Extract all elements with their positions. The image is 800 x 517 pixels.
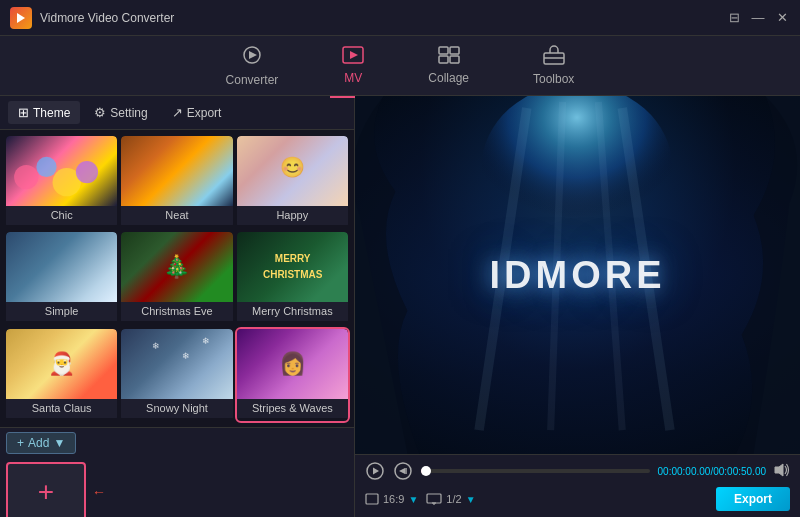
media-add-plus-icon: + <box>38 478 54 506</box>
theme-santa-claus-thumb: 🎅 <box>6 329 117 399</box>
svg-text:MERRY: MERRY <box>274 253 310 264</box>
theme-merry-christmas-label: Merry Christmas <box>237 302 348 321</box>
app-logo <box>10 7 32 29</box>
rewind-button[interactable] <box>393 461 413 481</box>
theme-neat-thumb <box>121 136 232 206</box>
theme-neat-label: Neat <box>121 206 232 225</box>
theme-snowy-night[interactable]: ❄ ❄ ❄ Snowy Night <box>121 329 232 421</box>
theme-stripes-waves[interactable]: 👩 Stripes & Waves <box>237 329 348 421</box>
subtab-theme[interactable]: ⊞ Theme <box>8 101 80 124</box>
svg-rect-5 <box>439 47 448 54</box>
add-dropdown-icon: ▼ <box>53 436 65 450</box>
svg-rect-6 <box>450 47 459 54</box>
titlebar-left: Vidmore Video Converter <box>10 7 174 29</box>
add-plus-icon: + <box>17 436 24 450</box>
media-add-box[interactable]: + <box>6 462 86 517</box>
collage-icon <box>438 46 460 67</box>
tab-converter[interactable]: Converter <box>214 38 291 93</box>
theme-simple-thumb <box>6 232 117 302</box>
preview-background: IDMORE <box>355 96 800 454</box>
svg-text:🎅: 🎅 <box>48 350 76 377</box>
theme-snowy-night-label: Snowy Night <box>121 399 232 418</box>
theme-santa-claus-label: Santa Claus <box>6 399 117 418</box>
close-button[interactable]: ✕ <box>774 10 790 26</box>
theme-stripes-waves-label: Stripes & Waves <box>237 399 348 418</box>
svg-marker-35 <box>775 464 783 476</box>
time-current: 00:00:00.00 <box>658 466 711 477</box>
playback-controls: 00:00:00.00/00:00:50.00 <box>365 461 790 481</box>
sub-tabs: ⊞ Theme ⚙ Setting ↗ Export <box>0 96 354 130</box>
theme-chic-thumb <box>6 136 117 206</box>
svg-text:😊: 😊 <box>280 155 305 179</box>
add-label: Add <box>28 436 49 450</box>
svg-rect-8 <box>450 56 459 63</box>
svg-marker-2 <box>249 51 257 59</box>
theme-snowy-night-thumb: ❄ ❄ ❄ <box>121 329 232 399</box>
monitor-dropdown-icon: ▼ <box>466 494 476 505</box>
media-panel: + Add ▼ + ← <box>0 427 354 517</box>
svg-text:❄: ❄ <box>182 351 190 361</box>
svg-rect-36 <box>366 494 378 504</box>
time-display: 00:00:00.00/00:00:50.00 <box>658 466 766 477</box>
main-content: ⊞ Theme ⚙ Setting ↗ Export <box>0 96 800 517</box>
theme-happy[interactable]: 😊 Happy <box>237 136 348 228</box>
titlebar: Vidmore Video Converter ⊟ — ✕ <box>0 0 800 36</box>
svg-point-11 <box>14 165 38 189</box>
theme-grid: Chic Neat 😊 Happy Simple <box>0 130 354 427</box>
minimize-button[interactable]: ⊟ <box>726 10 742 26</box>
tab-collage[interactable]: Collage <box>416 40 481 91</box>
theme-happy-label: Happy <box>237 206 348 225</box>
ratio-value: 16:9 <box>383 493 404 505</box>
settings-controls: 16:9 ▼ 1/2 ▼ Export <box>365 487 790 511</box>
mv-label: MV <box>344 71 362 85</box>
svg-rect-7 <box>439 56 448 63</box>
right-panel: IDMORE <box>355 96 800 517</box>
titlebar-controls: ⊟ — ✕ <box>726 10 790 26</box>
theme-stripes-waves-thumb: 👩 <box>237 329 348 399</box>
progress-bar[interactable] <box>421 469 650 473</box>
toolbox-label: Toolbox <box>533 72 574 86</box>
theme-merry-christmas-thumb: MERRY CHRISTMAS <box>237 232 348 302</box>
setting-subtab-label: Setting <box>110 106 147 120</box>
setting-subtab-icon: ⚙ <box>94 105 106 120</box>
nav-tabs: Converter MV Collage <box>0 36 800 96</box>
collage-label: Collage <box>428 71 469 85</box>
theme-merry-christmas[interactable]: MERRY CHRISTMAS Merry Christmas <box>237 232 348 324</box>
preview-area: IDMORE <box>355 96 800 454</box>
svg-marker-4 <box>350 51 358 59</box>
subtab-export[interactable]: ↗ Export <box>162 101 232 124</box>
ratio-select[interactable]: 16:9 ▼ <box>365 493 418 505</box>
svg-text:❄: ❄ <box>202 336 210 346</box>
add-button[interactable]: + Add ▼ <box>6 432 76 454</box>
svg-text:🎄: 🎄 <box>163 253 191 280</box>
monitor-value: 1/2 <box>446 493 461 505</box>
theme-simple[interactable]: Simple <box>6 232 117 324</box>
theme-subtab-label: Theme <box>33 106 70 120</box>
time-total: 00:00:50.00 <box>713 466 766 477</box>
subtab-setting[interactable]: ⚙ Setting <box>84 101 157 124</box>
monitor-select[interactable]: 1/2 ▼ <box>426 493 475 505</box>
svg-point-14 <box>76 161 98 183</box>
theme-christmas-eve-thumb: 🎄 <box>121 232 232 302</box>
preview-controls: 00:00:00.00/00:00:50.00 16:9 <box>355 454 800 517</box>
theme-happy-thumb: 😊 <box>237 136 348 206</box>
theme-christmas-eve[interactable]: 🎄 Christmas Eve <box>121 232 232 324</box>
volume-button[interactable] <box>774 463 790 480</box>
theme-chic[interactable]: Chic <box>6 136 117 228</box>
tab-mv[interactable]: MV <box>330 40 376 91</box>
preview-watermark: IDMORE <box>490 254 666 297</box>
mv-icon <box>342 46 364 67</box>
converter-icon <box>241 44 263 69</box>
theme-subtab-icon: ⊞ <box>18 105 29 120</box>
svg-marker-0 <box>17 13 25 23</box>
media-content: + ← <box>0 458 354 517</box>
media-toolbar: + Add ▼ <box>0 428 354 458</box>
theme-simple-label: Simple <box>6 302 117 321</box>
export-button[interactable]: Export <box>716 487 790 511</box>
theme-neat[interactable]: Neat <box>121 136 232 228</box>
theme-santa-claus[interactable]: 🎅 Santa Claus <box>6 329 117 421</box>
play-button[interactable] <box>365 461 385 481</box>
tab-toolbox[interactable]: Toolbox <box>521 39 586 92</box>
restore-button[interactable]: — <box>750 10 766 26</box>
svg-text:👩: 👩 <box>279 350 307 377</box>
